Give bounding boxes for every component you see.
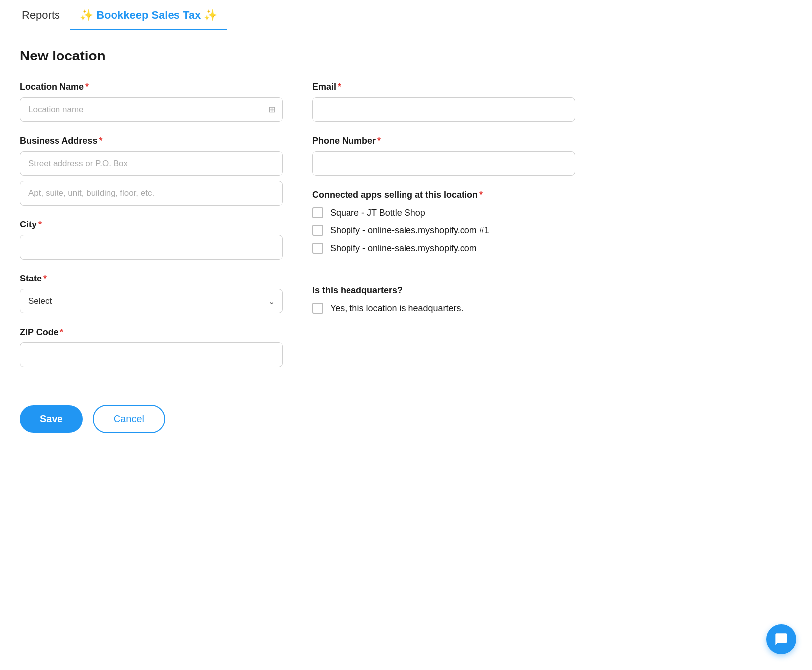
location-name-label: Location Name* [20, 82, 283, 92]
connected-apps-label: Connected apps selling at this location* [312, 190, 575, 200]
phone-input[interactable] [312, 151, 575, 176]
location-name-input[interactable] [20, 97, 283, 122]
business-address-required: * [99, 136, 102, 146]
email-required: * [338, 82, 341, 92]
headquarters-section: Is this headquarters? Yes, this location… [312, 285, 575, 328]
phone-field-group: Phone Number* [312, 136, 575, 176]
address-stack [20, 151, 283, 206]
form-layout: Location Name* ⊞ Business Address* [20, 82, 575, 381]
app1-label: Square - JT Bottle Shop [330, 208, 425, 218]
chat-icon [774, 632, 788, 646]
app3-checkbox-item[interactable]: Shopify - online-sales.myshopify.com [312, 243, 575, 254]
button-row: Save Cancel [20, 405, 575, 453]
state-select[interactable]: Select Alabama Alaska Arizona California… [20, 289, 283, 313]
city-field-group: City* [20, 220, 283, 260]
business-address-field-group: Business Address* [20, 136, 283, 206]
sparkle-left: ✨ [80, 9, 96, 21]
main-content: New location Location Name* ⊞ Business A… [0, 30, 595, 483]
chat-bubble[interactable] [766, 624, 796, 654]
connected-apps-group: Connected apps selling at this location*… [312, 190, 575, 268]
app1-checkbox-item[interactable]: Square - JT Bottle Shop [312, 207, 575, 218]
left-column: Location Name* ⊞ Business Address* [20, 82, 283, 381]
hq-checkbox-group: Yes, this location is headquarters. [312, 303, 575, 314]
hq-checkbox-box [312, 303, 323, 314]
business-address-label: Business Address* [20, 136, 283, 146]
app2-checkbox-box [312, 225, 323, 236]
apps-checkbox-group: Square - JT Bottle Shop Shopify - online… [312, 207, 575, 254]
street-address-input[interactable] [20, 151, 283, 176]
zip-label: ZIP Code* [20, 327, 283, 337]
city-input[interactable] [20, 235, 283, 260]
state-label: State* [20, 274, 283, 284]
zip-field-group: ZIP Code* [20, 327, 283, 367]
headquarters-title: Is this headquarters? [312, 285, 575, 296]
email-input[interactable] [312, 97, 575, 122]
app2-label: Shopify - online-sales.myshopify.com #1 [330, 225, 489, 236]
city-label: City* [20, 220, 283, 230]
app2-checkbox-item[interactable]: Shopify - online-sales.myshopify.com #1 [312, 225, 575, 236]
connected-apps-required: * [479, 190, 483, 200]
phone-required: * [377, 136, 381, 146]
location-name-wrapper: ⊞ [20, 97, 283, 122]
location-name-field-group: Location Name* ⊞ [20, 82, 283, 122]
email-field-group: Email* [312, 82, 575, 122]
sparkle-right: ✨ [201, 9, 217, 21]
city-required: * [38, 220, 42, 230]
apt-address-input[interactable] [20, 181, 283, 206]
state-field-group: State* Select Alabama Alaska Arizona Cal… [20, 274, 283, 313]
location-name-required: * [85, 82, 89, 92]
right-column: Email* Phone Number* Connected apps sell… [312, 82, 575, 381]
zip-input[interactable] [20, 342, 283, 367]
page-title: New location [20, 48, 575, 64]
cancel-button[interactable]: Cancel [93, 405, 165, 433]
state-required: * [43, 274, 47, 284]
nav-bookkeep-sales-tax[interactable]: ✨ New locationBookkeep Sales Tax ✨ [70, 0, 227, 30]
nav-bar: Reports ✨ New locationBookkeep Sales Tax… [0, 0, 812, 30]
app1-checkbox-box [312, 207, 323, 218]
app3-label: Shopify - online-sales.myshopify.com [330, 243, 477, 254]
email-label: Email* [312, 82, 575, 92]
phone-label: Phone Number* [312, 136, 575, 146]
save-button[interactable]: Save [20, 405, 83, 433]
app3-checkbox-box [312, 243, 323, 254]
state-select-wrapper: Select Alabama Alaska Arizona California… [20, 289, 283, 313]
hq-checkbox-label: Yes, this location is headquarters. [330, 303, 464, 314]
nav-reports[interactable]: Reports [12, 0, 70, 30]
zip-required: * [60, 327, 63, 337]
hq-checkbox-item[interactable]: Yes, this location is headquarters. [312, 303, 575, 314]
